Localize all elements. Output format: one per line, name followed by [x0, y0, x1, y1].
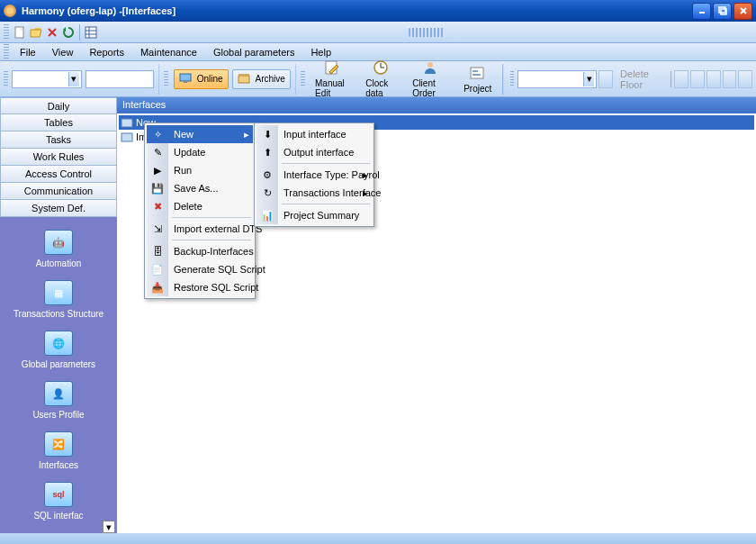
- scroll-down-button[interactable]: ▾: [103, 521, 115, 533]
- gripper-icon: [301, 71, 305, 87]
- project-label: Project: [464, 84, 491, 94]
- navtab-tables[interactable]: Tables: [0, 114, 117, 131]
- clock-data-button[interactable]: Clock data: [359, 64, 404, 95]
- navtab-communication[interactable]: Communication: [0, 183, 117, 200]
- main-toolbar: ▾ Online Archive Manual Edit Clock data …: [0, 61, 756, 97]
- navicon-automation[interactable]: 🤖Automation: [0, 224, 117, 275]
- menu-help[interactable]: Help: [303, 44, 338, 60]
- tree-node-icon: [121, 116, 133, 129]
- combo-2[interactable]: [86, 70, 154, 88]
- refresh-icon[interactable]: [61, 25, 76, 40]
- project-button[interactable]: Project: [457, 64, 498, 95]
- transactions-icon: ↻: [260, 186, 274, 200]
- ctx-update[interactable]: ✎Update: [147, 143, 253, 161]
- backup-icon: 🗄: [150, 244, 165, 258]
- app-icon: [4, 5, 16, 17]
- sql-gen-icon: 📄: [150, 262, 165, 277]
- svg-rect-16: [238, 76, 249, 83]
- floor-combo[interactable]: ▾: [518, 70, 597, 88]
- window-title: Harmony (oferg-lap) -[Interfaces]: [22, 5, 692, 16]
- gripper-icon: [164, 71, 168, 87]
- ctx-import-dts[interactable]: ⇲Import external DTS: [147, 220, 253, 238]
- interfaces-icon: 🔀: [44, 431, 73, 457]
- archive-button[interactable]: Archive: [232, 69, 291, 89]
- menu-reports[interactable]: Reports: [82, 44, 131, 60]
- combo-2-input[interactable]: [88, 72, 151, 86]
- chevron-down-icon[interactable]: ▾: [583, 72, 594, 86]
- floor-icon-button[interactable]: [598, 70, 613, 88]
- navtab-daily[interactable]: Daily: [0, 97, 117, 114]
- save-icon: 💾: [150, 181, 165, 195]
- close-button[interactable]: [734, 3, 752, 20]
- navicon-transactions-structure[interactable]: ▦Transactions Structure: [0, 275, 117, 325]
- delete-icon[interactable]: [45, 25, 59, 40]
- person-icon: [422, 59, 440, 77]
- combo-1-input[interactable]: [14, 72, 68, 86]
- tree-area: New Imp ✧New▸ ✎Update ▶Run 💾Save As... ✖…: [117, 113, 756, 533]
- grid-icon[interactable]: [84, 25, 98, 40]
- minimize-button[interactable]: [692, 3, 711, 20]
- navtab-tasks[interactable]: Tasks: [0, 131, 117, 149]
- input-icon: ⬇: [260, 127, 274, 141]
- navtab-access-control[interactable]: Access Control: [0, 166, 117, 183]
- chevron-down-icon[interactable]: ▾: [68, 72, 79, 86]
- navicon-interfaces[interactable]: 🔀Interfaces: [0, 426, 117, 476]
- client-order-button[interactable]: Client Order: [406, 64, 455, 95]
- open-icon[interactable]: [29, 25, 43, 40]
- ctx-transactions-interface[interactable]: ↻Transactions Interface▸: [256, 184, 372, 202]
- ctx-new[interactable]: ✧New▸: [147, 125, 253, 143]
- ctx-generate-sql[interactable]: 📄Generate SQL Script: [147, 260, 253, 278]
- floor-combo-input[interactable]: [520, 72, 583, 86]
- sql-restore-icon: 📥: [150, 280, 165, 295]
- new-icon: ✧: [150, 127, 165, 141]
- ctx-delete[interactable]: ✖Delete: [147, 197, 253, 215]
- svg-rect-27: [122, 133, 132, 141]
- toolbar-icon-e[interactable]: [738, 70, 752, 88]
- navicon-users-profile[interactable]: 👤Users Profile: [0, 376, 117, 426]
- svg-point-22: [428, 62, 433, 68]
- navtab-system-def[interactable]: System Def.: [0, 200, 117, 217]
- status-bar: [0, 533, 756, 544]
- toolbar-icon-d[interactable]: [723, 70, 737, 88]
- nav-icons: 🤖Automation ▦Transactions Structure 🌐Glo…: [0, 217, 117, 533]
- ctx-save-as[interactable]: 💾Save As...: [147, 179, 253, 197]
- manual-edit-button[interactable]: Manual Edit: [309, 64, 357, 95]
- ctx-interface-type[interactable]: ⚙Interface Type: Payrol▸: [256, 166, 372, 184]
- submenu-arrow-icon: ▸: [244, 129, 249, 141]
- maximize-button[interactable]: [713, 3, 732, 20]
- globe-icon: 🌐: [44, 331, 73, 356]
- ctx-backup-interfaces[interactable]: 🗄Backup-Interfaces: [147, 242, 253, 260]
- svg-rect-26: [122, 119, 132, 127]
- menu-global-parameters[interactable]: Global parameters: [206, 44, 302, 60]
- archive-label: Archive: [256, 74, 285, 84]
- combo-1[interactable]: ▾: [12, 70, 82, 88]
- ctx-run[interactable]: ▶Run: [147, 161, 253, 179]
- toolbar-icon-b[interactable]: [690, 70, 705, 88]
- run-icon: ▶: [150, 163, 165, 177]
- new-icon[interactable]: [13, 25, 27, 40]
- menu-maintenance[interactable]: Maintenance: [133, 44, 204, 60]
- svg-rect-25: [472, 74, 481, 76]
- gripper-icon: [4, 24, 9, 41]
- ctx-restore-sql[interactable]: 📥Restore SQL Script: [147, 278, 253, 296]
- monitor-icon: [179, 72, 194, 86]
- delete-floor-button[interactable]: Delete Floor: [615, 65, 667, 94]
- svg-rect-1: [719, 7, 725, 13]
- navtab-work-rules[interactable]: Work Rules: [0, 149, 117, 166]
- menu-file[interactable]: File: [13, 44, 43, 60]
- navicon-sql-interface[interactable]: sqlSQL interfac: [0, 476, 117, 527]
- svg-rect-23: [471, 68, 483, 78]
- delete-icon: ✖: [150, 199, 165, 213]
- online-button[interactable]: Online: [174, 69, 229, 89]
- ctx-input-interface[interactable]: ⬇Input interface: [256, 125, 372, 143]
- navicon-global-parameters[interactable]: 🌐Global parameters: [0, 325, 117, 376]
- grid-icon: ▦: [44, 280, 73, 305]
- menu-view[interactable]: View: [45, 44, 81, 60]
- toolbar-icon-c[interactable]: [706, 70, 721, 88]
- content-header: Interfaces: [117, 97, 756, 113]
- toolbar-icon-a[interactable]: [674, 70, 688, 88]
- ctx-project-summary[interactable]: 📊Project Summary: [256, 206, 372, 224]
- svg-rect-10: [86, 27, 96, 38]
- content-panel: Interfaces New Imp ✧New▸ ✎Update ▶Run 💾S…: [117, 97, 756, 533]
- ctx-output-interface[interactable]: ⬆Output interface: [256, 143, 372, 161]
